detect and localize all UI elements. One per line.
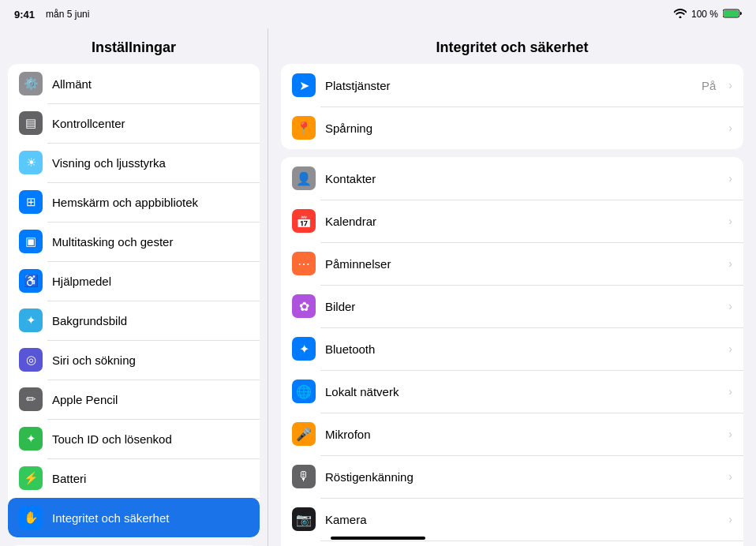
battery-text: 100 % bbox=[691, 9, 718, 20]
sidebar-item-visning[interactable]: ☀ Visning och ljusstyrka bbox=[8, 143, 260, 182]
sidebar-item-pencil[interactable]: ✏ Apple Pencil bbox=[8, 380, 260, 419]
sidebar-list: ⚙️ Allmänt ▤ Kontrollcenter ☀ Visning oc… bbox=[0, 64, 268, 546]
sidebar-group-1: ⚙️ Allmänt ▤ Kontrollcenter ☀ Visning oc… bbox=[8, 64, 260, 537]
content-icon-bilder: ✿ bbox=[292, 294, 316, 318]
icon-touchid: ✦ bbox=[19, 427, 43, 451]
sidebar-item-bakgrundsbild[interactable]: ✦ Bakgrundsbild bbox=[8, 301, 260, 340]
label-hjalpmedel: Hjälpmedel bbox=[52, 275, 111, 288]
label-batteri: Batteri bbox=[52, 472, 86, 485]
content-icon-kamera: 📷 bbox=[292, 507, 316, 531]
battery-icon bbox=[723, 9, 742, 21]
status-bar: 9:41 mån 5 juni 100 % bbox=[0, 0, 756, 28]
content-label-bilder: Bilder bbox=[325, 300, 719, 313]
content-panel: Integritet och säkerhet ➤ Platstjänster … bbox=[268, 28, 756, 546]
sidebar-item-batteri[interactable]: ⚡ Batteri bbox=[8, 458, 260, 498]
sidebar-item-hemskarm[interactable]: ⊞ Hemskärm och appbibliotek bbox=[8, 182, 260, 222]
content-item-kalendrar[interactable]: 📅 Kalendrar › bbox=[281, 200, 743, 242]
content-item-lokalt[interactable]: 🌐 Lokalt nätverk › bbox=[281, 370, 743, 413]
label-touchid: Touch ID och lösenkod bbox=[52, 432, 172, 446]
content-icon-lokalt: 🌐 bbox=[292, 380, 316, 403]
sidebar-item-hjalpmedel[interactable]: ♿ Hjälpmedel bbox=[8, 261, 260, 301]
chevron-bilder: › bbox=[728, 300, 732, 312]
content-label-lokalt: Lokalt nätverk bbox=[325, 385, 719, 398]
chevron-paminnelser: › bbox=[728, 257, 732, 270]
content-item-bilder[interactable]: ✿ Bilder › bbox=[281, 285, 743, 327]
svg-rect-1 bbox=[724, 10, 739, 17]
sidebar-item-allman[interactable]: ⚙️ Allmänt bbox=[8, 64, 260, 103]
sidebar: Inställningar ⚙️ Allmänt ▤ Kontrollcente… bbox=[0, 28, 268, 546]
content-item-sparning[interactable]: 📍 Spårning › bbox=[281, 107, 743, 149]
content-value-plats: På bbox=[702, 79, 716, 92]
sidebar-item-touchid[interactable]: ✦ Touch ID och lösenkod bbox=[8, 419, 260, 458]
label-multitasking: Multitasking och gester bbox=[52, 235, 173, 249]
chevron-kamera: › bbox=[728, 513, 732, 525]
icon-bakgrundsbild: ✦ bbox=[19, 309, 43, 332]
label-pencil: Apple Pencil bbox=[52, 393, 118, 406]
main-container: Inställningar ⚙️ Allmänt ▤ Kontrollcente… bbox=[0, 28, 756, 546]
content-label-bluetooth: Bluetooth bbox=[325, 342, 719, 356]
icon-siri: ◎ bbox=[19, 348, 43, 372]
sidebar-item-multitasking[interactable]: ▣ Multitasking och gester bbox=[8, 222, 260, 261]
chevron-mikrofon: › bbox=[728, 428, 732, 440]
content-list: ➤ Platstjänster På › 📍 Spårning › 👤 Kont… bbox=[268, 64, 756, 546]
label-integritet: Integritet och säkerhet bbox=[52, 511, 169, 525]
content-item-halsa[interactable]: ❤ Hälsa › bbox=[281, 540, 743, 546]
icon-hemskarm: ⊞ bbox=[19, 190, 43, 214]
icon-visning: ☀ bbox=[19, 151, 43, 174]
content-label-kontakter: Kontakter bbox=[325, 172, 719, 185]
label-bakgrundsbild: Bakgrundsbild bbox=[52, 314, 127, 327]
content-title: Integritet och säkerhet bbox=[268, 28, 756, 64]
content-item-plats[interactable]: ➤ Platstjänster På › bbox=[281, 64, 743, 107]
content-label-paminnelser: Påminnelser bbox=[325, 257, 719, 271]
content-label-kamera: Kamera bbox=[325, 513, 719, 526]
content-icon-sparning: 📍 bbox=[292, 116, 316, 140]
label-allman: Allmänt bbox=[52, 77, 92, 91]
content-item-mikrofon[interactable]: 🎤 Mikrofon › bbox=[281, 413, 743, 455]
status-time: 9:41 bbox=[14, 9, 35, 21]
label-visning: Visning och ljusstyrka bbox=[52, 156, 166, 170]
sidebar-item-siri[interactable]: ◎ Siri och sökning bbox=[8, 340, 260, 380]
chevron-sparning: › bbox=[728, 122, 732, 134]
wifi-icon bbox=[674, 9, 687, 21]
sidebar-item-integritet[interactable]: ✋ Integritet och säkerhet bbox=[8, 498, 260, 537]
content-icon-bluetooth: ✦ bbox=[292, 337, 316, 361]
icon-pencil: ✏ bbox=[19, 387, 43, 411]
icon-kontrollcenter: ▤ bbox=[19, 111, 43, 135]
content-icon-plats: ➤ bbox=[292, 73, 316, 97]
icon-batteri: ⚡ bbox=[19, 466, 43, 490]
content-item-kontakter[interactable]: 👤 Kontakter › bbox=[281, 157, 743, 200]
label-siri: Siri och sökning bbox=[52, 353, 136, 367]
chevron-kontakter: › bbox=[728, 172, 732, 185]
content-icon-paminnelser: ⋯ bbox=[292, 252, 316, 275]
chevron-rostigenkanning: › bbox=[728, 470, 732, 483]
icon-integritet: ✋ bbox=[19, 506, 43, 529]
sidebar-item-kontrollcenter[interactable]: ▤ Kontrollcenter bbox=[8, 103, 260, 143]
icon-hjalpmedel: ♿ bbox=[19, 269, 43, 293]
sidebar-title: Inställningar bbox=[0, 28, 268, 64]
status-right: 100 % bbox=[674, 9, 742, 21]
content-icon-kontakter: 👤 bbox=[292, 166, 316, 190]
content-group-1: ➤ Platstjänster På › 📍 Spårning › bbox=[281, 64, 743, 149]
content-icon-rostigenkanning: 🎙 bbox=[292, 465, 316, 488]
content-item-paminnelser[interactable]: ⋯ Påminnelser › bbox=[281, 242, 743, 285]
content-label-sparning: Spårning bbox=[325, 122, 719, 135]
icon-multitasking: ▣ bbox=[19, 230, 43, 253]
content-item-kamera[interactable]: 📷 Kamera › bbox=[281, 498, 743, 540]
chevron-bluetooth: › bbox=[728, 342, 732, 355]
content-label-rostigenkanning: Röstigenkänning bbox=[325, 470, 719, 484]
content-label-kalendrar: Kalendrar bbox=[325, 215, 719, 228]
content-label-mikrofon: Mikrofon bbox=[325, 428, 719, 441]
content-icon-kalendrar: 📅 bbox=[292, 209, 316, 233]
chevron-kalendrar: › bbox=[728, 215, 732, 227]
content-icon-mikrofon: 🎤 bbox=[292, 422, 316, 446]
content-item-bluetooth[interactable]: ✦ Bluetooth › bbox=[281, 327, 743, 370]
label-hemskarm: Hemskärm och appbibliotek bbox=[52, 196, 198, 209]
content-label-plats: Platstjänster bbox=[325, 79, 692, 92]
status-date: mån 5 juni bbox=[46, 9, 89, 20]
label-kontrollcenter: Kontrollcenter bbox=[52, 117, 125, 130]
content-group-2: 👤 Kontakter › 📅 Kalendrar › ⋯ Påminnelse… bbox=[281, 157, 743, 546]
icon-allman: ⚙️ bbox=[19, 72, 43, 95]
chevron-plats: › bbox=[728, 79, 732, 92]
home-indicator bbox=[331, 537, 425, 540]
content-item-rostigenkanning[interactable]: 🎙 Röstigenkänning › bbox=[281, 455, 743, 498]
